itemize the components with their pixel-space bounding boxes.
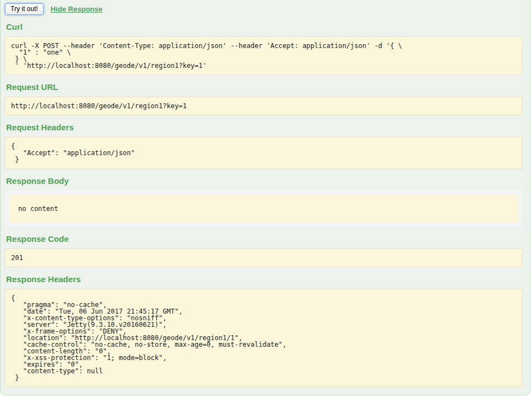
response-body-heading: Response Body xyxy=(6,177,524,185)
response-body-container: no content xyxy=(5,190,523,227)
response-headers-heading: Response Headers xyxy=(6,275,524,283)
curl-code-block: curl -X POST --header 'Content-Type: app… xyxy=(5,36,523,75)
request-url-heading: Request URL xyxy=(6,83,524,91)
hide-response-link[interactable]: Hide Response xyxy=(51,5,103,13)
request-url-block: http://localhost:8080/geode/v1/region1?k… xyxy=(5,97,523,115)
request-headers-heading: Request Headers xyxy=(6,123,524,131)
request-headers-block: { "Accept": "application/json" } xyxy=(5,137,523,169)
try-it-out-button[interactable]: Try it out! xyxy=(5,3,44,15)
toolbar: Try it out! Hide Response xyxy=(1,0,530,15)
response-code-block: 201 xyxy=(5,248,523,267)
response-body-block: no content xyxy=(9,195,518,223)
response-code-heading: Response Code xyxy=(6,235,524,243)
api-response-panel: Try it out! Hide Response Curl curl -X P… xyxy=(0,0,530,395)
curl-heading: Curl xyxy=(6,23,524,31)
response-headers-block: { "pragma": "no-cache", "date": "Tue, 06… xyxy=(5,289,523,387)
